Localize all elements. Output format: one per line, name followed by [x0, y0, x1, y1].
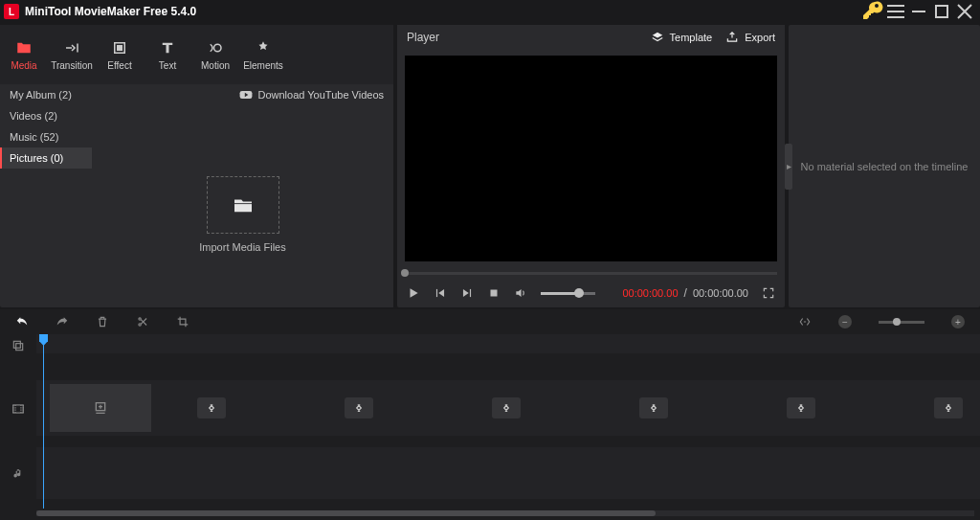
tab-text-label: Text: [159, 60, 176, 71]
tab-effect-label: Effect: [107, 60, 131, 71]
audio-track[interactable]: [36, 447, 980, 499]
collapse-properties-button[interactable]: ▸: [785, 144, 792, 190]
import-media-label: Import Media Files: [199, 241, 285, 253]
undo-button[interactable]: [15, 315, 29, 328]
sidebar-item-videos[interactable]: Videos (2): [0, 105, 92, 126]
download-youtube-label: Download YouTube Videos: [258, 89, 385, 101]
tab-media[interactable]: Media: [0, 25, 48, 84]
svg-rect-10: [436, 289, 437, 297]
zoom-slider[interactable]: [879, 321, 924, 324]
sidebar-item-pictures[interactable]: Pictures (0): [0, 147, 92, 169]
menu-icon[interactable]: [884, 0, 907, 23]
svg-rect-9: [234, 203, 252, 204]
tab-elements[interactable]: Elements: [239, 25, 287, 84]
svg-point-7: [214, 44, 222, 52]
playhead[interactable]: [43, 334, 44, 509]
app-title: MiniTool MovieMaker Free 5.4.0: [25, 5, 196, 18]
player-title: Player: [407, 31, 439, 44]
svg-rect-17: [13, 405, 24, 413]
tab-motion-label: Motion: [201, 60, 230, 71]
player-header: Player Template Export: [397, 25, 785, 50]
media-content: Download YouTube Videos Import Media Fil…: [92, 84, 393, 307]
zoom-out-button[interactable]: −: [838, 315, 852, 328]
auto-fit-button[interactable]: [798, 315, 812, 328]
app-logo: L: [4, 4, 19, 19]
time-separator: /: [684, 286, 687, 300]
svg-rect-16: [16, 344, 23, 350]
player-seekbar[interactable]: [405, 267, 777, 279]
main-top: Media Transition Effect Text Motion Elem…: [0, 23, 980, 307]
media-panel: Media Transition Effect Text Motion Elem…: [0, 25, 393, 307]
time-total: 00:00:00.00: [693, 287, 748, 299]
crop-button[interactable]: [176, 315, 189, 328]
timeline-ruler[interactable]: [36, 334, 980, 353]
properties-empty-label: No material selected on the timeline: [801, 161, 969, 172]
properties-panel: ▸ No material selected on the timeline: [789, 25, 980, 307]
tab-text[interactable]: Text: [144, 25, 191, 84]
transition-slot[interactable]: [639, 397, 668, 418]
tab-motion[interactable]: Motion: [191, 25, 239, 84]
player-controls: 00:00:00.00 / 00:00:00.00: [397, 279, 785, 307]
timeline: [0, 334, 980, 520]
video-track[interactable]: [36, 380, 980, 436]
tab-transition-label: Transition: [51, 60, 93, 71]
svg-rect-15: [13, 341, 20, 348]
import-media-dropzone[interactable]: [207, 176, 279, 234]
transition-slot[interactable]: [345, 397, 373, 418]
upgrade-key-icon[interactable]: [861, 0, 884, 23]
sidebar-item-label: Videos (2): [10, 110, 57, 122]
svg-rect-6: [118, 45, 122, 50]
video-track-icon[interactable]: [0, 399, 36, 418]
svg-point-13: [139, 324, 141, 326]
transition-slot[interactable]: [787, 397, 815, 418]
template-label: Template: [670, 32, 713, 43]
svg-rect-4: [936, 6, 947, 17]
main-tabstrip: Media Transition Effect Text Motion Elem…: [0, 25, 393, 84]
close-icon[interactable]: [953, 0, 976, 23]
time-current: 00:00:00.00: [622, 287, 678, 299]
maximize-icon[interactable]: [930, 0, 953, 23]
fullscreen-button[interactable]: [762, 286, 775, 300]
tab-elements-label: Elements: [243, 60, 283, 71]
template-button[interactable]: Template: [651, 31, 713, 44]
prev-frame-button[interactable]: [434, 286, 447, 300]
timeline-gutter: [0, 334, 36, 520]
volume-icon[interactable]: [514, 286, 527, 300]
timeline-scrollbar[interactable]: [36, 510, 974, 516]
sidebar-item-label: Pictures (0): [10, 152, 63, 164]
transition-slot[interactable]: [492, 397, 521, 418]
svg-rect-1: [887, 11, 904, 12]
tab-transition[interactable]: Transition: [48, 25, 96, 84]
sidebar-item-myalbum[interactable]: My Album (2): [0, 84, 92, 105]
player-preview: [405, 56, 777, 261]
svg-point-14: [139, 318, 141, 320]
split-button[interactable]: [136, 315, 149, 328]
delete-button[interactable]: [96, 315, 109, 328]
export-label: Export: [745, 32, 775, 43]
download-youtube-link[interactable]: Download YouTube Videos: [92, 84, 393, 105]
tab-media-label: Media: [11, 60, 36, 71]
stop-button[interactable]: [487, 286, 501, 300]
minimize-icon[interactable]: [907, 0, 930, 23]
transition-slot[interactable]: [934, 397, 963, 418]
video-clip-placeholder[interactable]: [50, 384, 151, 432]
next-frame-button[interactable]: [460, 286, 474, 300]
svg-rect-11: [470, 289, 471, 297]
export-button[interactable]: Export: [725, 31, 775, 44]
sidebar-item-music[interactable]: Music (52): [0, 126, 92, 147]
zoom-in-button[interactable]: +: [951, 315, 965, 328]
timeline-manage-button[interactable]: [0, 336, 36, 355]
player-panel: Player Template Export 00:00:00.00 /: [397, 25, 785, 307]
sidebar-item-label: Music (52): [10, 131, 58, 143]
svg-rect-2: [887, 16, 904, 18]
audio-track-icon[interactable]: [0, 464, 36, 484]
tab-effect[interactable]: Effect: [96, 25, 144, 84]
volume-slider[interactable]: [541, 292, 595, 295]
svg-rect-0: [887, 5, 904, 7]
svg-rect-3: [912, 11, 925, 12]
play-button[interactable]: [407, 286, 420, 300]
redo-button[interactable]: [56, 315, 69, 328]
titlebar: L MiniTool MovieMaker Free 5.4.0: [0, 0, 980, 23]
media-sidebar: My Album (2) Videos (2) Music (52) Pictu…: [0, 84, 92, 307]
transition-slot[interactable]: [197, 397, 226, 418]
